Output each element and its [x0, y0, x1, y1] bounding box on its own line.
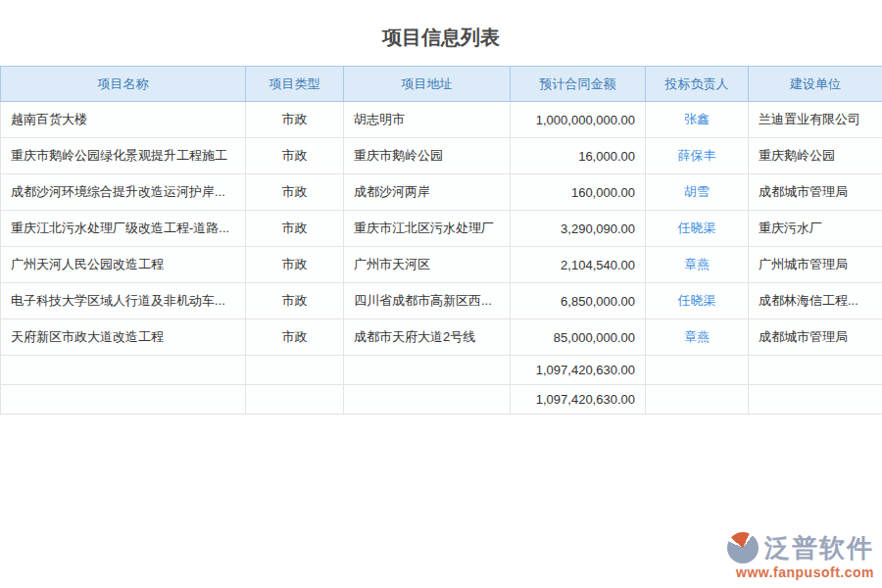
table-row: 电子科技大学区域人行道及非机动车...市政四川省成都市高新区西...6,850,… [1, 283, 882, 319]
cell-amount: 3,290,090.00 [511, 211, 646, 247]
summary-empty-cell [246, 356, 344, 385]
manager-link[interactable]: 任晓渠 [678, 293, 716, 308]
summary-amount: 1,097,420,630.00 [511, 385, 646, 415]
manager-link[interactable]: 章燕 [684, 257, 710, 271]
manager-link[interactable]: 任晓渠 [678, 220, 716, 235]
cell-name: 天府新区市政大道改造工程 [1, 319, 246, 356]
cell-unit: 重庆污水厂 [749, 211, 882, 247]
cell-unit: 成都城市管理局 [749, 174, 882, 211]
cell-type: 市政 [246, 319, 344, 356]
column-header-amount: 预计合同金额 [511, 67, 646, 102]
summary-empty-cell [246, 385, 344, 415]
fanpu-site-url: www.fanpusoft.com [727, 564, 874, 580]
cell-amount: 6,850,000.00 [511, 283, 646, 319]
summary-empty-cell [646, 385, 749, 415]
table-row: 成都沙河环境综合提升改造运河护岸...市政成都沙河两岸160,000.00胡雪成… [1, 174, 882, 211]
column-header-address: 项目地址 [344, 67, 511, 102]
column-header-unit: 建设单位 [749, 67, 882, 102]
table-body: 越南百货大楼市政胡志明市1,000,000,000.00张鑫兰迪置业有限公司重庆… [1, 102, 882, 415]
cell-address: 胡志明市 [344, 102, 511, 138]
summary-empty-cell [344, 385, 511, 415]
cell-address: 重庆市鹅岭公园 [344, 138, 511, 174]
summary-empty-cell [1, 356, 246, 385]
cell-type: 市政 [246, 247, 344, 283]
table-row: 天府新区市政大道改造工程市政成都市天府大道2号线85,000,000.00章燕成… [1, 319, 882, 356]
fanpu-logo-icon [727, 532, 759, 564]
summary-row: 1,097,420,630.00 [1, 385, 882, 415]
header-row: 项目名称项目类型项目地址预计合同金额投标负责人建设单位 [1, 67, 882, 102]
cell-unit: 广州城市管理局 [749, 247, 882, 283]
cell-name: 成都沙河环境综合提升改造运河护岸... [1, 174, 246, 211]
cell-address: 重庆市江北区污水处理厂 [344, 211, 511, 247]
cell-manager: 薛保丰 [646, 138, 749, 174]
cell-address: 成都市天府大道2号线 [344, 319, 511, 356]
cell-manager: 章燕 [646, 247, 749, 283]
manager-link[interactable]: 张鑫 [684, 112, 710, 126]
table-row: 广州天河人民公园改造工程市政广州市天河区2,104,540.00章燕广州城市管理… [1, 247, 882, 283]
cell-amount: 1,000,000,000.00 [511, 102, 646, 138]
page-title: 项目信息列表 [0, 0, 882, 49]
cell-type: 市政 [246, 211, 344, 247]
cell-name: 重庆市鹅岭公园绿化景观提升工程施工 [1, 138, 246, 174]
cell-amount: 85,000,000.00 [511, 319, 646, 356]
summary-empty-cell [749, 385, 882, 415]
cell-name: 广州天河人民公园改造工程 [1, 247, 246, 283]
cell-amount: 160,000.00 [511, 174, 646, 211]
cell-name: 越南百货大楼 [1, 102, 246, 138]
cell-unit: 兰迪置业有限公司 [749, 102, 882, 138]
summary-empty-cell [344, 356, 511, 385]
project-info-table: 项目名称项目类型项目地址预计合同金额投标负责人建设单位 越南百货大楼市政胡志明市… [0, 66, 882, 415]
cell-amount: 16,000.00 [511, 138, 646, 174]
cell-type: 市政 [246, 102, 344, 138]
cell-type: 市政 [246, 283, 344, 319]
cell-manager: 任晓渠 [646, 211, 749, 247]
cell-amount: 2,104,540.00 [511, 247, 646, 283]
table-row: 重庆市鹅岭公园绿化景观提升工程施工市政重庆市鹅岭公园16,000.00薛保丰重庆… [1, 138, 882, 174]
manager-link[interactable]: 薛保丰 [678, 148, 716, 163]
cell-name: 电子科技大学区域人行道及非机动车... [1, 283, 246, 319]
fanpu-brand-text: 泛普软件 [764, 533, 874, 563]
column-header-type: 项目类型 [246, 67, 344, 102]
cell-type: 市政 [246, 138, 344, 174]
table-row: 越南百货大楼市政胡志明市1,000,000,000.00张鑫兰迪置业有限公司 [1, 102, 882, 138]
cell-address: 四川省成都市高新区西... [344, 283, 511, 319]
cell-unit: 成都城市管理局 [749, 319, 882, 356]
summary-empty-cell [1, 385, 246, 415]
summary-empty-cell [646, 356, 749, 385]
cell-type: 市政 [246, 174, 344, 211]
summary-row: 1,097,420,630.00 [1, 356, 882, 385]
column-header-manager: 投标负责人 [646, 67, 749, 102]
summary-empty-cell [749, 356, 882, 385]
fanpu-watermark: 泛普软件 www.fanpusoft.com [727, 532, 874, 580]
column-header-name: 项目名称 [1, 67, 246, 102]
summary-amount: 1,097,420,630.00 [511, 356, 646, 385]
cell-manager: 胡雪 [646, 174, 749, 211]
manager-link[interactable]: 章燕 [684, 329, 710, 344]
cell-unit: 成都林海信工程... [749, 283, 882, 319]
cell-manager: 张鑫 [646, 102, 749, 138]
cell-address: 成都沙河两岸 [344, 174, 511, 211]
cell-manager: 章燕 [646, 319, 749, 356]
cell-name: 重庆江北污水处理厂级改造工程-道路... [1, 211, 246, 247]
cell-address: 广州市天河区 [344, 247, 511, 283]
cell-manager: 任晓渠 [646, 283, 749, 319]
manager-link[interactable]: 胡雪 [684, 184, 710, 199]
table-row: 重庆江北污水处理厂级改造工程-道路...市政重庆市江北区污水处理厂3,290,0… [1, 211, 882, 247]
cell-unit: 重庆鹅岭公园 [749, 138, 882, 174]
